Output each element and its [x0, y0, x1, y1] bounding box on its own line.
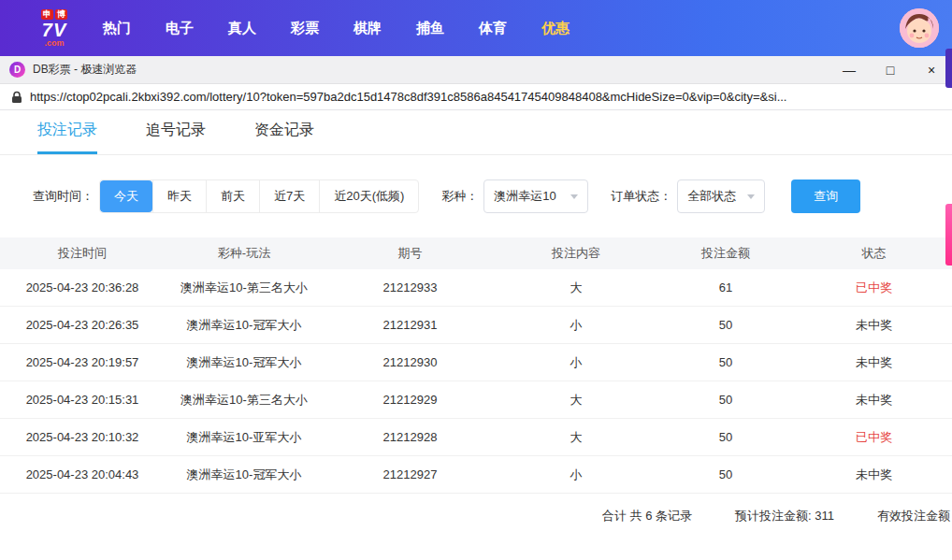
header-issue: 期号	[324, 245, 497, 262]
filter-bar: 查询时间： 今天 昨天 前天 近7天 近20天(低频) 彩种： 澳洲幸运10 订…	[33, 179, 952, 213]
nav-item-hot[interactable]: 热门	[103, 20, 131, 37]
cell-bet-amount: 50	[656, 393, 796, 407]
cell-issue: 21212930	[324, 355, 497, 369]
edge-floating-widget	[945, 49, 952, 88]
cell-game-play: 澳洲幸运10-第三名大小	[165, 280, 324, 296]
logo-chip-1: 申	[41, 9, 53, 20]
cell-issue: 21212931	[324, 318, 497, 332]
lottery-select-label: 彩种：	[441, 188, 478, 205]
cell-bet-content: 大	[497, 392, 656, 409]
cell-bet-time: 2025-04-23 20:26:35	[0, 318, 165, 332]
tab-bet-records[interactable]: 投注记录	[37, 121, 97, 154]
time-option-20days[interactable]: 近20天(低频)	[319, 180, 418, 212]
cell-status: 已中奖	[796, 280, 952, 296]
nav-item-fishing[interactable]: 捕鱼	[416, 20, 444, 37]
cell-status: 未中奖	[796, 317, 952, 334]
cell-bet-time: 2025-04-23 20:10:32	[0, 430, 165, 444]
time-option-daybefore[interactable]: 前天	[206, 180, 259, 212]
cell-status: 未中奖	[796, 354, 952, 371]
cell-bet-time: 2025-04-23 20:04:43	[0, 467, 165, 481]
table-header-row: 投注时间 彩种-玩法 期号 投注内容 投注金额 状态	[0, 237, 952, 269]
site-logo[interactable]: 申 博 7V .com	[41, 9, 67, 48]
cell-bet-time: 2025-04-23 20:19:57	[0, 355, 165, 369]
minimize-button[interactable]: —	[829, 56, 870, 83]
page-content: 投注记录 追号记录 资金记录 查询时间： 今天 昨天 前天 近7天 近20天(低…	[0, 110, 952, 559]
chevron-down-icon	[570, 194, 578, 199]
chevron-down-icon	[747, 194, 755, 199]
browser-window: D DB彩票 - 极速浏览器 — □ × https://ctop02pcali…	[0, 56, 952, 560]
bet-records-table: 投注时间 彩种-玩法 期号 投注内容 投注金额 状态 2025-04-23 20…	[0, 237, 952, 494]
cell-bet-amount: 61	[656, 280, 796, 294]
footer-total-count: 合计 共 6 条记录	[602, 508, 692, 524]
site-top-nav: 申 博 7V .com 热门 电子 真人 彩票 棋牌 捕鱼 体育 优惠	[0, 0, 952, 56]
nav-item-slots[interactable]: 电子	[166, 20, 194, 37]
header-bet-amount: 投注金额	[656, 245, 796, 262]
status-select-value: 全部状态	[687, 188, 736, 205]
table-footer: 合计 共 6 条记录 预计投注金额: 311 有效投注金额	[0, 494, 952, 524]
cell-status: 未中奖	[796, 467, 952, 483]
table-row: 2025-04-23 20:26:35澳洲幸运10-冠军大小21212931小5…	[0, 307, 952, 344]
time-option-yesterday[interactable]: 昨天	[152, 180, 206, 212]
table-row: 2025-04-23 20:04:43澳洲幸运10-冠军大小21212927小5…	[0, 456, 952, 494]
header-game-play: 彩种-玩法	[165, 245, 324, 262]
table-row: 2025-04-23 20:15:31澳洲幸运10-第三名大小21212929大…	[0, 381, 952, 419]
url-text[interactable]: https://ctop02pcali.2kbxi392.com/lottery…	[30, 90, 941, 104]
cell-bet-time: 2025-04-23 20:15:31	[0, 393, 165, 407]
footer-valid-amount-label: 有效投注金额	[877, 508, 950, 524]
time-option-today[interactable]: 今天	[100, 180, 152, 212]
cell-bet-time: 2025-04-23 20:36:28	[0, 280, 165, 294]
nav-item-sports[interactable]: 体育	[479, 20, 507, 37]
cell-bet-amount: 50	[656, 467, 796, 481]
cell-issue: 21212933	[324, 280, 497, 294]
nav-item-lottery[interactable]: 彩票	[291, 20, 319, 37]
avatar[interactable]	[900, 8, 939, 48]
header-status: 状态	[796, 245, 952, 262]
address-bar[interactable]: https://ctop02pcali.2kbxi392.com/lottery…	[0, 84, 952, 110]
cell-bet-amount: 50	[656, 430, 796, 444]
cell-bet-content: 小	[497, 467, 656, 483]
logo-chip-2: 博	[55, 9, 67, 20]
table-row: 2025-04-23 20:10:32澳洲幸运10-亚军大小21212928大5…	[0, 419, 952, 456]
cell-bet-amount: 50	[656, 318, 796, 332]
cell-status: 已中奖	[796, 429, 952, 446]
cell-issue: 21212927	[324, 467, 497, 481]
cell-game-play: 澳洲幸运10-冠军大小	[165, 467, 324, 483]
tab-fund-records[interactable]: 资金记录	[254, 121, 314, 154]
cell-bet-amount: 50	[656, 355, 796, 369]
site-nav-items: 热门 电子 真人 彩票 棋牌 捕鱼 体育 优惠	[103, 20, 570, 37]
search-button[interactable]: 查询	[791, 179, 860, 213]
table-row: 2025-04-23 20:19:57澳洲幸运10-冠军大小21212930小5…	[0, 344, 952, 381]
logo-sub-text: .com	[44, 39, 64, 48]
cell-game-play: 澳洲幸运10-冠军大小	[165, 354, 324, 371]
cell-game-play: 澳洲幸运10-亚军大小	[165, 429, 324, 446]
tab-chase-records[interactable]: 追号记录	[146, 121, 206, 154]
nav-item-cards[interactable]: 棋牌	[353, 20, 382, 37]
cell-bet-content: 小	[497, 317, 656, 334]
edge-floating-widget	[945, 204, 952, 266]
avatar-girl-icon	[900, 8, 939, 48]
time-filter-group: 今天 昨天 前天 近7天 近20天(低频)	[99, 179, 419, 213]
cell-status: 未中奖	[796, 392, 952, 409]
footer-expected-amount: 预计投注金额: 311	[735, 508, 834, 524]
nav-item-promo[interactable]: 优惠	[541, 20, 570, 37]
cell-bet-content: 大	[497, 280, 656, 296]
nav-item-live[interactable]: 真人	[228, 20, 256, 37]
browser-app-icon: D	[9, 62, 25, 78]
time-filter-label: 查询时间：	[33, 188, 94, 205]
table-row: 2025-04-23 20:36:28澳洲幸运10-第三名大小21212933大…	[0, 269, 952, 307]
logo-main-text: 7V	[42, 21, 66, 39]
header-bet-time: 投注时间	[0, 245, 165, 262]
lock-icon	[11, 91, 22, 104]
order-status-select[interactable]: 全部状态	[677, 179, 765, 213]
lottery-select[interactable]: 澳洲幸运10	[483, 179, 588, 213]
window-title: DB彩票 - 极速浏览器	[33, 62, 137, 78]
header-bet-content: 投注内容	[497, 245, 656, 262]
status-select-label: 订单状态：	[611, 188, 671, 205]
time-option-7days[interactable]: 近7天	[259, 180, 319, 212]
lottery-select-value: 澳洲幸运10	[494, 188, 555, 205]
maximize-button[interactable]: □	[870, 56, 911, 83]
cell-issue: 21212929	[324, 393, 497, 407]
cell-bet-content: 小	[497, 354, 656, 371]
cell-issue: 21212928	[324, 430, 497, 444]
table-body: 2025-04-23 20:36:28澳洲幸运10-第三名大小21212933大…	[0, 269, 952, 494]
